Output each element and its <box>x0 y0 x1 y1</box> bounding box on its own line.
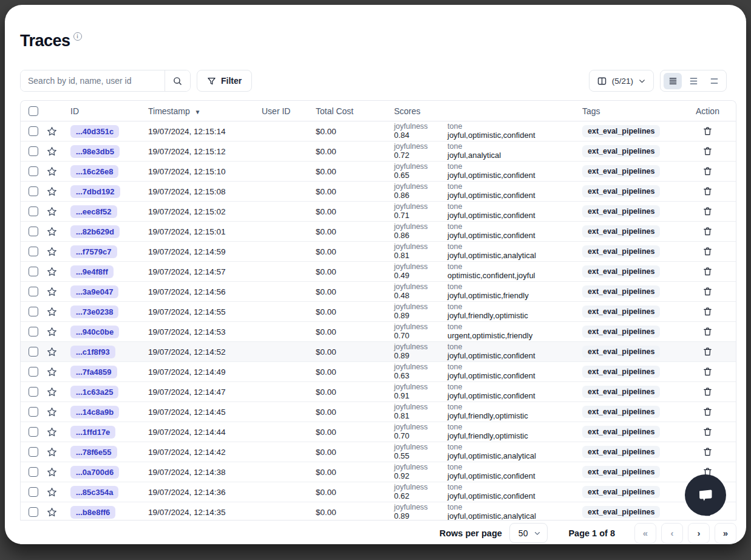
rows-per-page-select[interactable]: 50 <box>509 523 548 543</box>
row-height-medium-button[interactable] <box>684 73 702 89</box>
star-icon[interactable] <box>46 487 58 498</box>
table-row[interactable]: ...9e4f8ff 19/07/2024, 12:14:57 $0.00 jo… <box>21 262 736 282</box>
star-icon[interactable] <box>46 266 58 278</box>
tag-badge[interactable]: ext_eval_pipelines <box>582 446 660 458</box>
trace-id-badge[interactable]: ...940c0be <box>70 326 119 338</box>
tag-badge[interactable]: ext_eval_pipelines <box>582 205 660 217</box>
tag-badge[interactable]: ext_eval_pipelines <box>582 366 660 378</box>
trash-icon[interactable] <box>702 306 713 317</box>
row-checkbox[interactable] <box>29 367 38 377</box>
row-height-tall-button[interactable] <box>705 73 723 89</box>
row-checkbox[interactable] <box>29 267 38 276</box>
row-checkbox[interactable] <box>29 487 38 497</box>
header-total-cost[interactable]: Total Cost <box>308 106 382 116</box>
star-icon[interactable] <box>46 426 58 438</box>
header-user-id[interactable]: User ID <box>254 106 308 116</box>
table-row[interactable]: ...b8e8ff6 19/07/2024, 12:14:35 $0.00 jo… <box>21 502 736 520</box>
trash-icon[interactable] <box>702 386 713 397</box>
filter-button[interactable]: Filter <box>197 70 252 92</box>
trace-id-badge[interactable]: ...eec8f52 <box>70 205 117 218</box>
trace-id-badge[interactable]: ...82b629d <box>70 225 120 238</box>
row-checkbox[interactable] <box>29 467 38 477</box>
tag-badge[interactable]: ext_eval_pipelines <box>582 326 660 338</box>
row-checkbox[interactable] <box>29 287 38 296</box>
tag-badge[interactable]: ext_eval_pipelines <box>582 426 660 438</box>
tag-badge[interactable]: ext_eval_pipelines <box>582 185 660 197</box>
table-row[interactable]: ...40d351c 19/07/2024, 12:15:14 $0.00 jo… <box>21 121 736 142</box>
trash-icon[interactable] <box>702 206 713 217</box>
star-icon[interactable] <box>46 446 58 458</box>
star-icon[interactable] <box>46 346 58 358</box>
next-page-button[interactable]: › <box>688 523 710 544</box>
trace-id-badge[interactable]: ...0a700d6 <box>70 466 119 479</box>
trash-icon[interactable] <box>702 446 713 457</box>
star-icon[interactable] <box>46 507 58 518</box>
star-icon[interactable] <box>46 466 58 478</box>
table-row[interactable]: ...940c0be 19/07/2024, 12:14:53 $0.00 jo… <box>21 322 736 342</box>
row-checkbox[interactable] <box>29 427 38 437</box>
trace-id-badge[interactable]: ...1ffd17e <box>70 426 115 439</box>
trace-id-badge[interactable]: ...40d351c <box>70 125 119 138</box>
header-timestamp[interactable]: Timestamp ▼ <box>141 106 254 116</box>
chat-widget-button[interactable] <box>685 474 726 516</box>
trace-id-badge[interactable]: ...78f6e55 <box>70 446 117 459</box>
star-icon[interactable] <box>46 186 58 197</box>
select-all-checkbox[interactable] <box>29 106 38 116</box>
trace-id-badge[interactable]: ...1c63a25 <box>70 386 118 398</box>
header-scores[interactable]: Scores <box>382 101 575 121</box>
trace-id-badge[interactable]: ...f7579c7 <box>70 245 117 258</box>
tag-badge[interactable]: ext_eval_pipelines <box>582 145 660 157</box>
search-input[interactable] <box>21 70 165 91</box>
star-icon[interactable] <box>46 126 58 137</box>
header-tags[interactable]: Tags <box>575 106 679 116</box>
trash-icon[interactable] <box>702 326 713 337</box>
row-height-compact-button[interactable] <box>664 73 682 89</box>
row-checkbox[interactable] <box>29 307 38 316</box>
trace-id-badge[interactable]: ...7fa4859 <box>70 366 117 378</box>
table-row[interactable]: ...73e0238 19/07/2024, 12:14:55 $0.00 jo… <box>21 302 736 322</box>
first-page-button[interactable]: « <box>634 523 656 544</box>
star-icon[interactable] <box>46 206 58 217</box>
search-button[interactable] <box>165 70 190 91</box>
row-checkbox[interactable] <box>29 227 38 236</box>
trace-id-badge[interactable]: ...b8e8ff6 <box>70 506 115 519</box>
table-row[interactable]: ...3a9e047 19/07/2024, 12:14:56 $0.00 jo… <box>21 282 736 302</box>
trash-icon[interactable] <box>702 146 713 157</box>
row-checkbox[interactable] <box>29 387 38 397</box>
table-row[interactable]: ...98e3db5 19/07/2024, 12:15:12 $0.00 jo… <box>21 142 736 162</box>
table-row[interactable]: ...82b629d 19/07/2024, 12:15:01 $0.00 jo… <box>21 222 736 242</box>
trash-icon[interactable] <box>702 426 713 437</box>
row-checkbox[interactable] <box>29 146 38 156</box>
star-icon[interactable] <box>46 306 58 318</box>
trash-icon[interactable] <box>702 226 713 237</box>
trace-id-badge[interactable]: ...9e4f8ff <box>70 265 114 278</box>
tag-badge[interactable]: ext_eval_pipelines <box>582 125 660 137</box>
trace-id-badge[interactable]: ...3a9e047 <box>70 285 118 298</box>
tag-badge[interactable]: ext_eval_pipelines <box>582 386 660 398</box>
trash-icon[interactable] <box>702 406 713 417</box>
star-icon[interactable] <box>46 406 58 418</box>
row-checkbox[interactable] <box>29 327 38 336</box>
tag-badge[interactable]: ext_eval_pipelines <box>582 165 660 177</box>
table-row[interactable]: ...7fa4859 19/07/2024, 12:14:49 $0.00 jo… <box>21 362 736 382</box>
table-row[interactable]: ...16c26e8 19/07/2024, 12:15:10 $0.00 jo… <box>21 162 736 182</box>
tag-badge[interactable]: ext_eval_pipelines <box>582 466 660 478</box>
row-checkbox[interactable] <box>29 247 38 256</box>
trash-icon[interactable] <box>702 126 713 137</box>
table-row[interactable]: ...c1f8f93 19/07/2024, 12:14:52 $0.00 jo… <box>21 342 736 362</box>
tag-badge[interactable]: ext_eval_pipelines <box>582 285 660 298</box>
star-icon[interactable] <box>46 226 58 237</box>
tag-badge[interactable]: ext_eval_pipelines <box>582 486 660 498</box>
row-checkbox[interactable] <box>29 207 38 216</box>
trash-icon[interactable] <box>702 366 713 377</box>
table-row[interactable]: ...eec8f52 19/07/2024, 12:15:02 $0.00 jo… <box>21 202 736 222</box>
trace-id-badge[interactable]: ...7dbd192 <box>70 185 120 198</box>
table-row[interactable]: ...7dbd192 19/07/2024, 12:15:08 $0.00 jo… <box>21 182 736 202</box>
trash-icon[interactable] <box>702 246 713 257</box>
trace-id-badge[interactable]: ...73e0238 <box>70 306 118 318</box>
table-row[interactable]: ...78f6e55 19/07/2024, 12:14:42 $0.00 jo… <box>21 442 736 462</box>
tag-badge[interactable]: ext_eval_pipelines <box>582 225 660 237</box>
trash-icon[interactable] <box>702 186 713 197</box>
row-checkbox[interactable] <box>29 447 38 457</box>
trace-id-badge[interactable]: ...16c26e8 <box>70 165 118 178</box>
